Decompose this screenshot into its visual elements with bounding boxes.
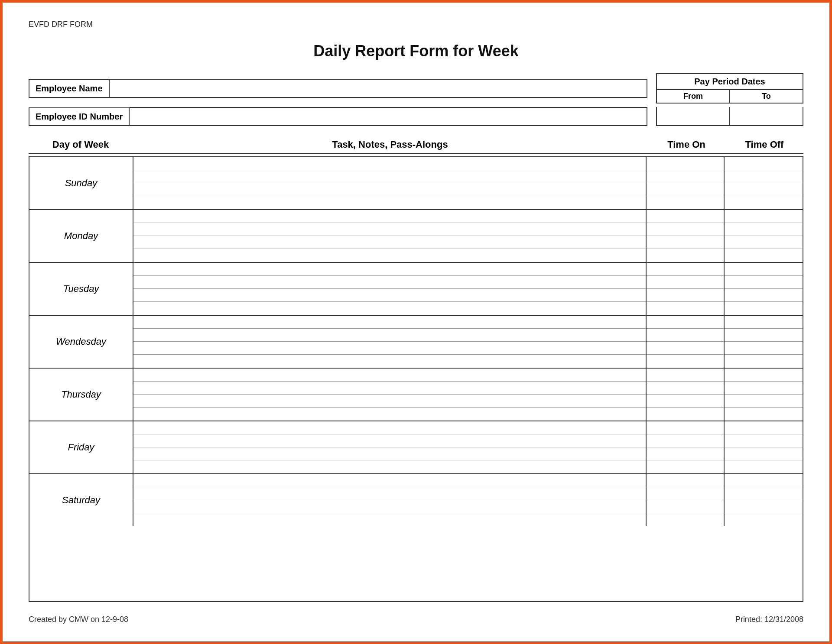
time-off-line[interactable] <box>725 329 803 342</box>
task-line[interactable] <box>133 170 646 183</box>
time-off-line[interactable] <box>725 316 803 329</box>
time-on-cell-saturday[interactable] <box>647 474 725 526</box>
time-off-cell-thursday[interactable] <box>725 369 803 421</box>
time-on-line[interactable] <box>647 487 724 500</box>
time-on-line[interactable] <box>647 395 724 408</box>
time-on-line[interactable] <box>647 513 724 526</box>
time-on-cell-thursday[interactable] <box>647 369 725 421</box>
task-line[interactable] <box>133 395 646 408</box>
time-on-line[interactable] <box>647 302 724 315</box>
time-off-line[interactable] <box>725 513 803 526</box>
time-on-line[interactable] <box>647 447 724 460</box>
pay-period-from-input[interactable] <box>656 107 729 126</box>
task-line[interactable] <box>133 369 646 382</box>
time-on-line[interactable] <box>647 223 724 236</box>
time-off-line[interactable] <box>725 196 803 209</box>
time-off-line[interactable] <box>725 263 803 276</box>
time-on-line[interactable] <box>647 500 724 513</box>
time-on-line[interactable] <box>647 474 724 487</box>
task-line[interactable] <box>133 434 646 447</box>
time-on-cell-wendesday[interactable] <box>647 316 725 368</box>
time-off-cell-friday[interactable] <box>725 421 803 473</box>
task-line[interactable] <box>133 316 646 329</box>
task-line[interactable] <box>133 263 646 276</box>
task-line[interactable] <box>133 236 646 249</box>
time-on-line[interactable] <box>647 342 724 355</box>
time-off-line[interactable] <box>725 434 803 447</box>
pay-period-to-input[interactable] <box>729 107 803 126</box>
time-on-line[interactable] <box>647 183 724 196</box>
time-on-line[interactable] <box>647 157 724 170</box>
time-on-line[interactable] <box>647 460 724 473</box>
time-off-line[interactable] <box>725 157 803 170</box>
time-on-line[interactable] <box>647 210 724 223</box>
time-off-line[interactable] <box>725 395 803 408</box>
time-on-line[interactable] <box>647 316 724 329</box>
task-line[interactable] <box>133 342 646 355</box>
time-on-line[interactable] <box>647 355 724 368</box>
task-line[interactable] <box>133 421 646 434</box>
tasks-cell-saturday[interactable] <box>133 474 647 526</box>
time-on-line[interactable] <box>647 263 724 276</box>
time-on-cell-monday[interactable] <box>647 210 725 262</box>
time-off-line[interactable] <box>725 408 803 421</box>
time-off-cell-saturday[interactable] <box>725 474 803 526</box>
task-line[interactable] <box>133 289 646 302</box>
time-on-cell-sunday[interactable] <box>647 157 725 209</box>
time-off-line[interactable] <box>725 460 803 473</box>
task-line[interactable] <box>133 355 646 368</box>
task-line[interactable] <box>133 249 646 262</box>
task-line[interactable] <box>133 276 646 289</box>
time-off-line[interactable] <box>725 236 803 249</box>
task-line[interactable] <box>133 196 646 209</box>
task-line[interactable] <box>133 157 646 170</box>
time-off-line[interactable] <box>725 183 803 196</box>
tasks-cell-sunday[interactable] <box>133 157 647 209</box>
time-off-line[interactable] <box>725 249 803 262</box>
time-on-line[interactable] <box>647 421 724 434</box>
time-off-cell-sunday[interactable] <box>725 157 803 209</box>
employee-id-input[interactable] <box>130 107 647 126</box>
time-off-line[interactable] <box>725 289 803 302</box>
time-off-line[interactable] <box>725 342 803 355</box>
time-on-line[interactable] <box>647 369 724 382</box>
task-line[interactable] <box>133 302 646 315</box>
task-line[interactable] <box>133 487 646 500</box>
time-off-cell-monday[interactable] <box>725 210 803 262</box>
task-line[interactable] <box>133 474 646 487</box>
tasks-cell-wendesday[interactable] <box>133 316 647 368</box>
time-on-line[interactable] <box>647 289 724 302</box>
tasks-cell-friday[interactable] <box>133 421 647 473</box>
time-off-cell-wendesday[interactable] <box>725 316 803 368</box>
time-off-line[interactable] <box>725 421 803 434</box>
time-off-line[interactable] <box>725 447 803 460</box>
task-line[interactable] <box>133 382 646 395</box>
time-on-line[interactable] <box>647 236 724 249</box>
time-off-line[interactable] <box>725 223 803 236</box>
task-line[interactable] <box>133 408 646 421</box>
time-on-line[interactable] <box>647 434 724 447</box>
time-on-line[interactable] <box>647 329 724 342</box>
tasks-cell-thursday[interactable] <box>133 369 647 421</box>
time-off-line[interactable] <box>725 302 803 315</box>
task-line[interactable] <box>133 183 646 196</box>
time-off-line[interactable] <box>725 355 803 368</box>
time-on-cell-friday[interactable] <box>647 421 725 473</box>
time-off-line[interactable] <box>725 276 803 289</box>
time-off-line[interactable] <box>725 487 803 500</box>
time-on-line[interactable] <box>647 170 724 183</box>
tasks-cell-tuesday[interactable] <box>133 263 647 315</box>
task-line[interactable] <box>133 500 646 513</box>
task-line[interactable] <box>133 210 646 223</box>
time-off-line[interactable] <box>725 170 803 183</box>
task-line[interactable] <box>133 447 646 460</box>
time-on-cell-tuesday[interactable] <box>647 263 725 315</box>
time-on-line[interactable] <box>647 276 724 289</box>
task-line[interactable] <box>133 223 646 236</box>
time-on-line[interactable] <box>647 408 724 421</box>
task-line[interactable] <box>133 460 646 473</box>
time-off-cell-tuesday[interactable] <box>725 263 803 315</box>
tasks-cell-monday[interactable] <box>133 210 647 262</box>
employee-name-input[interactable] <box>110 79 647 98</box>
time-on-line[interactable] <box>647 249 724 262</box>
